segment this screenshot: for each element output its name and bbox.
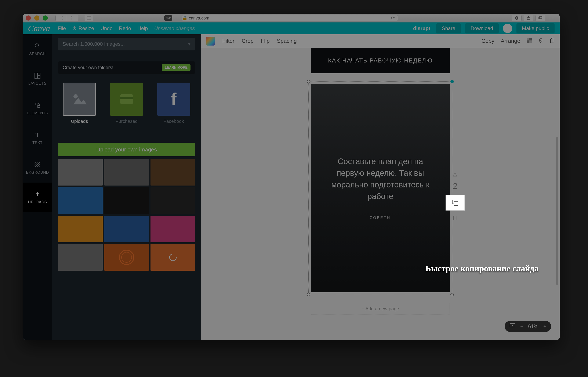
url-text: canva.com [189, 16, 209, 21]
tab-uploads-label: Uploads [71, 118, 88, 124]
arrange-button[interactable]: Arrange [501, 38, 520, 44]
elements-icon [34, 102, 41, 109]
copy-button[interactable]: Copy [482, 38, 495, 44]
upload-thumb[interactable] [150, 244, 195, 271]
resize-handle-br[interactable] [451, 293, 454, 296]
tab-uploads[interactable]: Uploads [58, 82, 101, 124]
tabs-button[interactable] [535, 15, 545, 21]
back-button[interactable]: 〈 [56, 15, 67, 21]
abp-badge[interactable]: ABP [164, 15, 172, 21]
upload-thumb[interactable] [104, 216, 149, 242]
url-bar[interactable]: 🔒 canva.com ⟳ [182, 15, 398, 21]
rail-background[interactable]: BKGROUND [23, 153, 52, 183]
svg-point-25 [122, 252, 132, 262]
rail-search-label: SEARCH [29, 52, 46, 56]
uploads-grid [58, 159, 195, 271]
text-icon: T [34, 131, 41, 139]
duplicate-slide-button[interactable] [446, 195, 464, 211]
new-tab-button[interactable]: + [549, 14, 557, 22]
tab-purchased-label: Purchased [115, 118, 137, 124]
crown-icon: ♔ [72, 25, 77, 31]
resize-handle-bl[interactable] [307, 293, 310, 296]
share-button-top[interactable]: Share [436, 23, 461, 34]
canva-logo[interactable]: Canva [28, 24, 50, 34]
selected-element[interactable]: Составьте план дел на первую неделю. Так… [311, 84, 450, 292]
upload-images-button[interactable]: Upload your own images [58, 143, 195, 156]
traffic-lights [26, 15, 48, 21]
filter-button[interactable]: Filter [222, 38, 235, 44]
menu-help[interactable]: Help [137, 25, 148, 31]
rail-layouts[interactable]: LAYOUTS [23, 64, 52, 94]
slide-1-preview[interactable]: КАК НАЧАТЬ РАБОЧУЮ НЕДЕЛЮ [311, 48, 450, 73]
upload-thumb[interactable] [58, 244, 103, 271]
transparency-icon[interactable] [527, 38, 532, 44]
downloads-button[interactable] [512, 15, 521, 21]
menu-resize-label: Resize [79, 25, 94, 31]
svg-rect-33 [551, 38, 553, 39]
make-public-button[interactable]: Make public [517, 23, 554, 34]
svg-point-26 [170, 254, 176, 261]
search-input[interactable]: Search 1,000,000 images... ▾ [58, 38, 195, 50]
scrollbar[interactable] [556, 137, 558, 285]
slide-template-icon[interactable]: ◬ [453, 171, 457, 177]
refresh-icon[interactable]: ⟳ [391, 15, 395, 21]
download-button-top[interactable]: Download [465, 23, 499, 34]
flip-button[interactable]: Flip [261, 38, 270, 44]
upload-thumb[interactable] [104, 159, 149, 186]
share-button[interactable] [524, 15, 533, 21]
rail-uploads[interactable]: UPLOADS [23, 183, 52, 212]
upload-thumb[interactable] [104, 187, 149, 214]
upload-thumb[interactable] [58, 159, 103, 186]
rail-layouts-label: LAYOUTS [28, 81, 46, 86]
rotate-handle[interactable] [451, 80, 454, 83]
rail-search[interactable]: SEARCH [23, 34, 52, 64]
slide-side-controls: ◬ 2 [446, 171, 464, 222]
learn-more-button[interactable]: LEARN MORE [162, 64, 191, 71]
selection-outline [308, 81, 452, 295]
svg-rect-31 [551, 39, 554, 43]
upload-source-tabs: Uploads Purchased f Facebook [58, 82, 195, 124]
zoom-in-button[interactable]: + [543, 324, 546, 329]
avatar[interactable] [503, 24, 512, 33]
upload-thumb[interactable] [104, 244, 149, 271]
resize-handle-tl[interactable] [307, 80, 310, 83]
menu-file[interactable]: File [57, 25, 66, 31]
svg-rect-0 [87, 16, 91, 20]
tab-facebook[interactable]: f Facebook [152, 82, 195, 124]
rail-background-label: BKGROUND [26, 170, 49, 175]
close-window-button[interactable] [26, 15, 31, 21]
trash-icon[interactable] [550, 38, 554, 45]
upload-thumb[interactable] [150, 216, 195, 242]
present-icon[interactable] [510, 323, 515, 329]
tab-purchased[interactable]: Purchased [105, 82, 148, 124]
facebook-tile-icon: f [157, 82, 190, 116]
rail-elements[interactable]: ELEMENTS [23, 94, 52, 123]
svg-marker-39 [512, 324, 513, 326]
upload-thumb[interactable] [150, 159, 195, 186]
menu-redo[interactable]: Redo [119, 25, 131, 31]
svg-line-14 [35, 162, 36, 164]
link-icon[interactable] [538, 38, 543, 45]
upload-thumb[interactable] [150, 187, 195, 214]
rail-text[interactable]: T TEXT [23, 123, 52, 153]
upload-thumb[interactable] [58, 216, 103, 242]
canvas-area[interactable]: КАК НАЧАТЬ РАБОЧУЮ НЕДЕЛЮ Составьте план… [201, 48, 560, 340]
brand-name: disrupt [413, 25, 430, 31]
add-page-button[interactable]: + Add a new page [311, 303, 450, 315]
sidebar-toggle-button[interactable] [85, 15, 93, 21]
uploads-tile-icon [63, 82, 96, 116]
maximize-window-button[interactable] [43, 15, 48, 21]
upload-thumb[interactable] [58, 187, 103, 214]
menu-resize[interactable]: ♔ Resize [72, 25, 94, 31]
minimize-window-button[interactable] [34, 15, 39, 21]
delete-slide-button[interactable] [453, 215, 457, 222]
color-picker-button[interactable] [206, 37, 215, 46]
app-window: 〈 〉 ABP 🔒 canva.com ⟳ + Canva File [23, 14, 560, 340]
spacing-button[interactable]: Spacing [277, 38, 297, 44]
rail-elements-label: ELEMENTS [27, 111, 48, 116]
menu-undo[interactable]: Undo [100, 25, 113, 31]
search-icon [34, 42, 41, 49]
zoom-out-button[interactable]: − [520, 324, 523, 329]
forward-button[interactable]: 〉 [67, 15, 78, 21]
crop-button[interactable]: Crop [242, 38, 254, 44]
